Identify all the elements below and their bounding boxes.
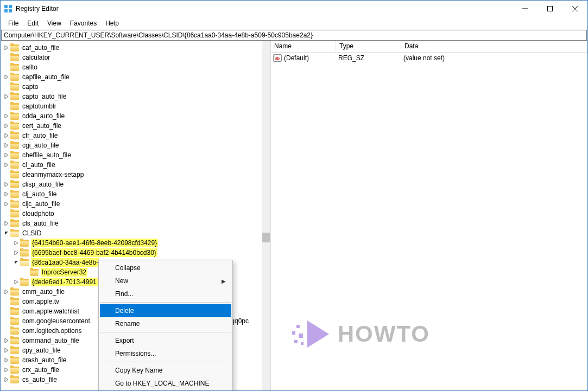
chevron-right-icon[interactable] <box>3 377 10 382</box>
chevron-right-icon[interactable] <box>12 280 20 284</box>
folder-icon <box>10 328 19 335</box>
context-menu-item[interactable]: Collapse <box>100 261 231 274</box>
chevron-right-icon[interactable] <box>3 163 10 167</box>
tree-item-label: {86ca1aa0-34aa-4e8b- <box>31 258 99 267</box>
tree-row[interactable]: clj_auto_file <box>1 189 270 199</box>
tree-item-label: CLSID <box>21 229 42 238</box>
col-type[interactable]: Type <box>336 41 401 52</box>
col-data[interactable]: Data <box>401 41 587 52</box>
tree-row[interactable]: {64154b60-aee1-46f6-8eeb-42098cfd3429} <box>1 238 270 248</box>
svg-marker-25 <box>15 280 18 284</box>
tree-row[interactable]: capto <box>1 82 270 92</box>
tree-scrollbar[interactable] <box>262 41 270 390</box>
chevron-down-icon[interactable] <box>12 260 20 265</box>
submenu-arrow-icon: ▶ <box>222 278 226 284</box>
titlebar: Registry Editor <box>1 1 587 17</box>
menu-view[interactable]: View <box>43 18 66 29</box>
context-menu-item[interactable]: Delete <box>100 304 231 317</box>
folder-icon <box>10 64 19 71</box>
chevron-right-icon[interactable] <box>12 251 20 255</box>
folder-icon <box>10 347 19 354</box>
close-button[interactable] <box>562 1 587 17</box>
col-name[interactable]: Name <box>271 41 336 52</box>
chevron-right-icon[interactable] <box>3 192 10 196</box>
svg-marker-9 <box>5 75 8 79</box>
folder-icon <box>10 113 19 120</box>
tree-row[interactable]: clisp_auto_file <box>1 180 270 189</box>
tree-row[interactable]: {6695baef-bcc8-4469-baf2-4b414b0bcd30} <box>1 248 270 258</box>
context-menu-item[interactable]: Find... <box>100 287 231 300</box>
window-title: Registry Editor <box>16 5 513 12</box>
tree-row[interactable]: caf_auto_file <box>1 43 270 53</box>
tree-row[interactable]: cgi_auto_file <box>1 140 270 150</box>
chevron-right-icon[interactable] <box>3 153 10 157</box>
chevron-right-icon[interactable] <box>12 241 20 245</box>
tree-row[interactable]: CLSID <box>1 228 270 238</box>
svg-marker-22 <box>15 241 18 245</box>
chevron-right-icon[interactable] <box>3 143 10 148</box>
minimize-button[interactable] <box>513 1 538 17</box>
tree-row[interactable]: cfr_auto_file <box>1 131 270 140</box>
tree-row[interactable]: cleanmymacx-setapp <box>1 170 270 180</box>
chevron-right-icon[interactable] <box>3 290 10 294</box>
folder-icon <box>20 259 29 266</box>
chevron-down-icon[interactable] <box>3 231 10 235</box>
tree-row[interactable]: cdda_auto_file <box>1 111 270 121</box>
context-menu-item[interactable]: Go to HKEY_LOCAL_MACHINE <box>100 377 231 390</box>
chevron-right-icon[interactable] <box>3 182 10 187</box>
folder-icon <box>10 357 19 364</box>
maximize-button[interactable] <box>538 1 562 17</box>
chevron-right-icon[interactable] <box>3 75 10 79</box>
context-menu-item[interactable]: Copy Key Name <box>100 364 231 377</box>
folder-icon <box>10 142 19 149</box>
folder-icon <box>10 289 19 296</box>
scroll-thumb[interactable] <box>262 233 270 242</box>
address-bar[interactable]: Computer\HKEY_CURRENT_USER\Software\Clas… <box>1 30 587 41</box>
chevron-right-icon[interactable] <box>3 94 10 99</box>
context-menu-item[interactable]: Permissions... <box>100 347 231 360</box>
context-menu-item[interactable]: Export <box>100 334 231 347</box>
folder-icon <box>10 54 19 61</box>
chevron-right-icon[interactable] <box>3 114 10 118</box>
chevron-right-icon[interactable] <box>3 133 10 138</box>
chevron-right-icon[interactable] <box>3 202 10 206</box>
tree-row[interactable]: cljc_auto_file <box>1 199 270 209</box>
chevron-right-icon[interactable] <box>3 221 10 226</box>
chevron-right-icon[interactable] <box>3 348 10 352</box>
svg-marker-17 <box>5 182 8 187</box>
menu-favorites[interactable]: Favorites <box>66 18 101 29</box>
tree-item-label: cl_auto_file <box>21 161 56 169</box>
folder-icon <box>10 181 19 188</box>
svg-rect-2 <box>4 9 8 12</box>
chevron-right-icon[interactable] <box>3 368 10 372</box>
tree-row[interactable]: cloudphoto <box>1 209 270 219</box>
menu-edit[interactable]: Edit <box>23 18 43 29</box>
menu-help[interactable]: Help <box>101 18 123 29</box>
context-menu-item[interactable]: Rename <box>100 317 231 330</box>
folder-icon <box>10 230 19 237</box>
tree-row[interactable]: cert_auto_file <box>1 121 270 131</box>
menu-file[interactable]: File <box>4 18 23 29</box>
tree-row[interactable]: callto <box>1 62 270 72</box>
tree-item-label: cls_auto_file <box>21 219 60 228</box>
chevron-right-icon[interactable] <box>3 338 10 343</box>
chevron-right-icon[interactable] <box>3 358 10 362</box>
tree-row[interactable]: calculator <box>1 53 270 62</box>
tree-row[interactable]: cheffile_auto_file <box>1 150 270 160</box>
chevron-right-icon[interactable] <box>3 124 10 128</box>
tree-item-label: cfr_auto_file <box>21 131 59 140</box>
tree-row[interactable]: capto_auto_file <box>1 92 270 101</box>
chevron-right-icon[interactable] <box>3 46 10 50</box>
value-row[interactable]: ab (Default) REG_SZ (value not set) <box>271 53 587 63</box>
tree-row[interactable]: captotumblr <box>1 101 270 111</box>
tree-row[interactable]: cl_auto_file <box>1 160 270 170</box>
tree-row[interactable]: cls_auto_file <box>1 219 270 228</box>
context-menu-item[interactable]: New▶ <box>100 274 231 287</box>
tree-row[interactable]: capfile_auto_file <box>1 72 270 82</box>
folder-icon <box>10 220 19 227</box>
folder-icon <box>10 93 19 100</box>
panes: caf_auto_filecalculatorcalltocapfile_aut… <box>1 41 587 390</box>
menu-separator <box>100 302 231 303</box>
menubar: File Edit View Favorites Help <box>1 17 587 30</box>
tree-item-label: captotumblr <box>21 102 58 111</box>
